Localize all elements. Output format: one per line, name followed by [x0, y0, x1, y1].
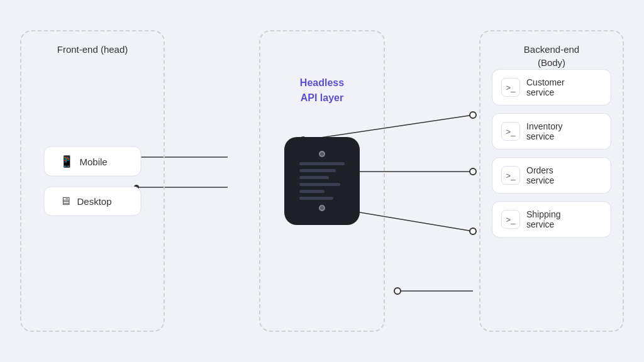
orders-connector-dot	[470, 228, 476, 234]
server-dot-top	[319, 151, 325, 157]
server-line-3	[299, 176, 329, 179]
frontend-items: 📱 Mobile 🖥 Desktop	[44, 146, 142, 216]
backend-items: >_ Customerservice >_ Inventoryservice >…	[492, 69, 611, 238]
inventory-service-item: >_ Inventoryservice	[492, 113, 611, 150]
server-line-2	[299, 169, 336, 172]
desktop-label: Desktop	[77, 196, 112, 207]
frontend-panel: Front-end (head) 📱 Mobile 🖥 Desktop	[20, 30, 165, 332]
backend-panel: Backend-end(Body) >_ Customerservice >_ …	[479, 30, 624, 332]
api-label: Headless API layer	[260, 75, 384, 106]
customer-connector-dot	[470, 112, 476, 118]
desktop-item: 🖥 Desktop	[44, 187, 142, 216]
server-line-1	[299, 162, 345, 165]
server-lines	[294, 162, 350, 200]
server-dot-bottom	[319, 205, 325, 211]
server-line-5	[299, 190, 325, 193]
server-line-6	[299, 197, 333, 200]
inventory-service-label: Inventoryservice	[526, 121, 563, 141]
backend-title: Backend-end(Body)	[480, 43, 623, 69]
server-box	[284, 137, 360, 225]
mobile-icon: 📱	[60, 155, 74, 168]
orders-service-label: Ordersservice	[526, 165, 554, 185]
customer-service-item: >_ Customerservice	[492, 69, 611, 106]
shipping-service-item: >_ Shippingservice	[492, 201, 611, 238]
orders-service-icon: >_	[501, 166, 520, 185]
customer-service-icon: >_	[501, 78, 520, 97]
shipping-connector-dot	[394, 288, 401, 294]
orders-service-item: >_ Ordersservice	[492, 157, 611, 194]
customer-service-label: Customerservice	[526, 77, 565, 97]
inventory-connector-dot	[470, 168, 476, 175]
server-line-4	[299, 183, 340, 186]
inventory-service-icon: >_	[501, 122, 520, 141]
shipping-service-icon: >_	[501, 210, 520, 229]
mobile-item: 📱 Mobile	[44, 146, 142, 177]
api-label-text: Headless API layer	[260, 75, 384, 106]
mobile-label: Mobile	[80, 156, 108, 167]
frontend-title: Front-end (head)	[21, 43, 164, 56]
middle-panel: Headless API layer	[259, 30, 385, 332]
desktop-icon: 🖥	[60, 195, 71, 208]
shipping-service-label: Shippingservice	[526, 209, 561, 229]
diagram: Front-end (head) 📱 Mobile 🖥 Desktop Head…	[20, 18, 624, 344]
